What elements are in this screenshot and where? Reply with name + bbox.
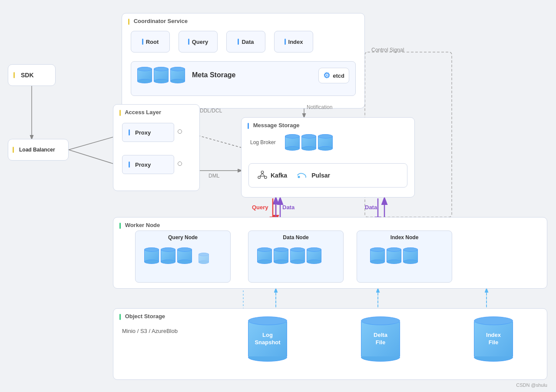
in-db-1 bbox=[370, 247, 385, 264]
object-storage-box: Object Storage Minio / S3 / AzureBlob Lo… bbox=[113, 308, 547, 380]
data-node-sub-box: Data Node bbox=[248, 231, 344, 283]
svg-line-31 bbox=[260, 173, 263, 176]
data-flow-label-left: Data bbox=[282, 204, 295, 211]
index-node-coord-box: Index bbox=[274, 31, 313, 53]
dn-db-4 bbox=[307, 247, 321, 264]
message-storage-box: Message Storage Log Broker bbox=[241, 117, 415, 198]
load-balancer-box: Load Balancer bbox=[8, 139, 69, 161]
meta-storage-area: Meta Storage ⚙ etcd bbox=[131, 61, 356, 96]
log-broker-label: Log Broker bbox=[250, 139, 276, 145]
meta-db-3 bbox=[170, 67, 185, 83]
proxy-2-label: Proxy bbox=[135, 161, 151, 168]
access-layer-label: Access Layer bbox=[119, 109, 161, 116]
proxy-1-label: Proxy bbox=[135, 129, 151, 136]
lb-label: Load Balancer bbox=[19, 147, 55, 153]
pulsar-icon bbox=[296, 171, 308, 180]
access-layer-box: Access Layer Proxy Proxy bbox=[113, 104, 200, 191]
msg-db-2 bbox=[301, 134, 316, 151]
query-node-sub-label: Query Node bbox=[136, 234, 230, 240]
dml-label: DML bbox=[208, 173, 219, 179]
index-coord-label: Index bbox=[288, 39, 303, 45]
svg-point-29 bbox=[258, 176, 261, 179]
index-file-cylinder: IndexFile bbox=[474, 316, 513, 362]
qn-db-1 bbox=[144, 247, 159, 264]
svg-line-1 bbox=[69, 136, 117, 150]
index-node-sub-box: Index Node bbox=[357, 231, 452, 283]
meta-db-2 bbox=[154, 67, 169, 83]
etcd-box: ⚙ etcd bbox=[318, 68, 349, 83]
kafka-label: Kafka bbox=[271, 172, 287, 179]
data-node-coord-box: Data bbox=[226, 31, 265, 53]
proxy-2-output-circle bbox=[178, 161, 182, 166]
data-flow-label-right: Data bbox=[365, 204, 377, 211]
meta-storage-label: Meta Storage bbox=[192, 71, 235, 79]
svg-point-30 bbox=[265, 176, 267, 179]
pulsar-label: Pulsar bbox=[311, 172, 330, 179]
meta-db-1 bbox=[137, 67, 152, 83]
msg-db-1 bbox=[285, 134, 300, 151]
in-db-3 bbox=[403, 247, 418, 264]
dn-db-3 bbox=[290, 247, 305, 264]
notification-label: Notification bbox=[307, 104, 332, 110]
sdk-label: SDK bbox=[21, 72, 34, 79]
index-node-sub-label: Index Node bbox=[357, 234, 452, 240]
lb-bar bbox=[13, 147, 14, 153]
query-node-sub-box: Query Node bbox=[135, 231, 231, 283]
diagram-container: SDK Load Balancer Coordinator Service Ro… bbox=[0, 0, 556, 392]
kafka-icon bbox=[258, 171, 267, 180]
object-storage-label: Object Storage bbox=[119, 313, 165, 320]
qn-db-2 bbox=[161, 247, 175, 264]
kafka-section: Kafka bbox=[258, 171, 287, 180]
worker-node-box: Worker Node Query Node Data Node bbox=[113, 217, 547, 289]
delta-file-label: DeltaFile bbox=[374, 332, 387, 346]
query-coord-label: Query bbox=[192, 39, 208, 45]
log-snapshot-label: LogSnapshot bbox=[255, 332, 280, 346]
footer-text: CSDN @shulu bbox=[516, 382, 547, 388]
proxy-1-box: Proxy bbox=[122, 123, 174, 142]
object-storage-subtitle: Minio / S3 / AzureBlob bbox=[122, 328, 178, 334]
etcd-gear-icon: ⚙ bbox=[323, 71, 330, 80]
proxy-2-box: Proxy bbox=[122, 155, 174, 174]
msg-db-3 bbox=[318, 134, 333, 151]
message-storage-label: Message Storage bbox=[248, 122, 300, 129]
dn-db-2 bbox=[274, 247, 288, 264]
index-file-label: IndexFile bbox=[486, 332, 501, 346]
in-db-2 bbox=[387, 247, 401, 264]
svg-line-32 bbox=[262, 173, 265, 176]
qn-db-4 bbox=[199, 253, 209, 264]
root-node-box: Root bbox=[131, 31, 170, 53]
log-snapshot-cylinder: LogSnapshot bbox=[248, 316, 287, 362]
root-node-label: Root bbox=[146, 39, 159, 45]
pulsar-section: Pulsar bbox=[296, 171, 330, 180]
kafka-pulsar-box: Kafka Pulsar bbox=[248, 163, 407, 188]
dn-db-1 bbox=[257, 247, 272, 264]
coordinator-box: Coordinator Service Root Query Data Inde… bbox=[122, 13, 365, 109]
data-node-sub-label: Data Node bbox=[248, 234, 343, 240]
control-signal-label: Control Signal bbox=[371, 47, 404, 53]
query-node-coord-box: Query bbox=[179, 31, 218, 53]
etcd-label: etcd bbox=[333, 72, 344, 79]
delta-file-cylinder: DeltaFile bbox=[361, 316, 400, 362]
svg-point-28 bbox=[261, 171, 264, 174]
ddl-dcl-label: DDL/DCL bbox=[200, 108, 222, 114]
coordinator-label: Coordinator Service bbox=[128, 18, 188, 25]
sdk-box: SDK bbox=[8, 64, 56, 86]
svg-line-3 bbox=[69, 150, 117, 165]
qn-db-3 bbox=[177, 247, 192, 264]
worker-node-label: Worker Node bbox=[119, 222, 160, 229]
sdk-bar bbox=[13, 72, 15, 78]
proxy-1-output-circle bbox=[178, 129, 182, 134]
query-flow-label: Query bbox=[252, 204, 268, 211]
data-coord-label: Data bbox=[242, 39, 254, 45]
svg-point-34 bbox=[298, 176, 300, 178]
